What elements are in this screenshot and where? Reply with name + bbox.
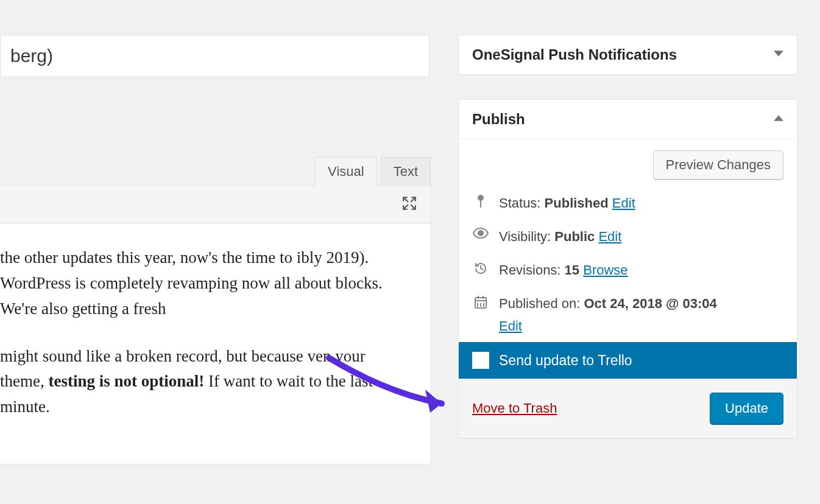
revisions-row: Revisions: 15 Browse: [472, 260, 783, 280]
editor-box: Visual Text the other updates this year,…: [0, 185, 431, 464]
trello-label: Send update to Trello: [499, 352, 632, 369]
publish-body: Preview Changes Status: Published Edit V…: [459, 139, 797, 379]
svg-rect-7: [480, 200, 481, 208]
svg-marker-4: [774, 51, 783, 57]
revisions-browse-link[interactable]: Browse: [583, 262, 627, 278]
publish-header[interactable]: Publish: [459, 100, 797, 139]
calendar-icon: [472, 293, 489, 309]
editor-toolbar: [0, 186, 431, 223]
visibility-value: Public: [554, 229, 595, 244]
move-to-trash-link[interactable]: Move to Trash: [472, 401, 557, 416]
trello-row: Send update to Trello: [459, 342, 797, 379]
caret-down-icon: [774, 49, 783, 61]
status-label: Status:: [499, 195, 545, 211]
visibility-row: Visibility: Public Edit: [472, 226, 783, 247]
published-value: Oct 24, 2018 @ 03:04: [584, 296, 716, 311]
status-value: Published: [545, 195, 609, 211]
editor-content[interactable]: the other updates this year, now's the t…: [0, 223, 431, 464]
expand-icon[interactable]: [401, 195, 417, 214]
published-row: Published on: Oct 24, 2018 @ 03:04 Edit: [472, 293, 783, 336]
revisions-label: Revisions:: [499, 262, 565, 278]
paragraph: might sound like a broken record, but be…: [0, 344, 431, 421]
svg-line-3: [411, 205, 415, 209]
preview-row: Preview Changes: [472, 150, 783, 180]
svg-line-0: [403, 197, 408, 202]
caret-up-icon: [774, 113, 783, 125]
post-title-input[interactable]: berg): [0, 35, 429, 77]
status-row: Status: Published Edit: [472, 193, 783, 213]
status-edit-link[interactable]: Edit: [612, 195, 635, 211]
sidebar: OneSignal Push Notifications Publish Pre…: [458, 35, 797, 463]
tab-visual[interactable]: Visual: [315, 157, 377, 186]
paragraph: the other updates this year, now's the t…: [0, 245, 431, 322]
pin-icon: [472, 193, 489, 209]
tab-text[interactable]: Text: [381, 157, 431, 186]
editor-column: berg) Visual Text the other updates this…: [0, 35, 431, 77]
published-edit-link[interactable]: Edit: [499, 316, 522, 336]
svg-line-2: [403, 205, 408, 209]
onesignal-title: OneSignal Push Notifications: [472, 46, 677, 63]
svg-line-1: [411, 197, 415, 202]
update-button[interactable]: Update: [710, 393, 783, 424]
svg-marker-5: [774, 115, 783, 121]
revisions-value: 15: [565, 262, 579, 278]
history-icon: [472, 260, 489, 276]
onesignal-metabox: OneSignal Push Notifications: [458, 35, 797, 75]
preview-changes-button[interactable]: Preview Changes: [653, 150, 783, 180]
publish-title: Publish: [472, 111, 525, 128]
visibility-edit-link[interactable]: Edit: [598, 229, 621, 244]
publish-metabox: Publish Preview Changes Status: Publishe…: [458, 99, 797, 438]
svg-point-8: [478, 231, 483, 236]
major-actions: Move to Trash Update: [459, 379, 797, 438]
editor-tabs: Visual Text: [311, 154, 431, 186]
trello-checkbox[interactable]: [472, 352, 489, 369]
published-label: Published on:: [499, 296, 584, 311]
visibility-label: Visibility:: [499, 229, 554, 244]
svg-point-6: [478, 195, 484, 201]
onesignal-header[interactable]: OneSignal Push Notifications: [459, 35, 797, 74]
eye-icon: [472, 226, 489, 239]
